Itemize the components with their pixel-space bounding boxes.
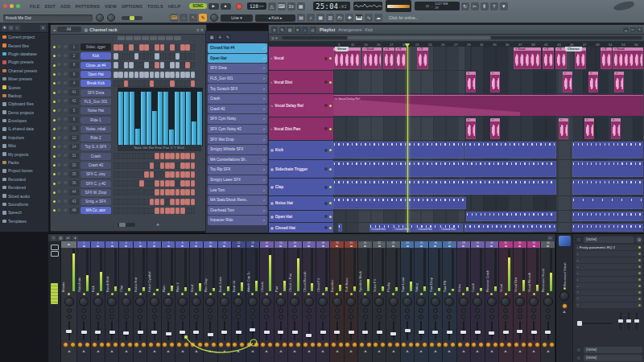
track-label-sidechain-trigger[interactable]: ▦Sidechain Trigger (269, 160, 333, 179)
slot-enable-led[interactable] (638, 298, 641, 300)
track-label-vocal[interactable]: ≈Vocal (269, 47, 333, 71)
mixer-strip-voice[interactable]: 28Voice (457, 241, 471, 362)
step-cell[interactable] (139, 153, 144, 159)
strip-pan-knob[interactable] (332, 297, 342, 306)
audio-clip[interactable]: ≡ V (543, 47, 554, 69)
step-cell[interactable] (191, 44, 196, 51)
step-cell[interactable] (160, 189, 165, 195)
fx-fader-1[interactable] (620, 312, 621, 330)
strip-pan-knob[interactable] (444, 297, 454, 306)
strip-fader[interactable] (457, 320, 470, 341)
step-cell[interactable] (185, 180, 190, 187)
eq-low-knob[interactable] (499, 342, 505, 348)
play-button[interactable]: ▶ (208, 3, 219, 10)
strip-fader[interactable] (330, 320, 343, 341)
step-cell[interactable] (150, 199, 155, 205)
mixer-link-icon[interactable]: ⇄ (65, 236, 71, 241)
step-cell[interactable] (124, 153, 129, 159)
track-pan-knob[interactable] (324, 167, 328, 171)
draw-mode-icon[interactable]: ✎ (199, 14, 207, 22)
mixer-strip-saw-lead[interactable]: 24Saw Lead (401, 241, 415, 362)
step-cell[interactable] (160, 53, 165, 60)
strip-pan-knob[interactable] (431, 297, 440, 306)
strip-route-arrow[interactable] (336, 350, 339, 352)
browser-item-templates[interactable]: Templates (0, 217, 48, 225)
picker-edit-icon[interactable]: ✎ (225, 34, 231, 40)
mixer-icon[interactable]: ▥ (326, 14, 334, 22)
track-pan-knob[interactable] (324, 215, 328, 218)
channel-pan-knob[interactable] (57, 163, 62, 168)
channel-mute-led[interactable] (53, 101, 56, 103)
strip-send-knob[interactable] (152, 315, 157, 319)
fader-handle[interactable] (306, 334, 312, 337)
strip-pan-knob[interactable] (122, 297, 131, 306)
strip-pan-knob[interactable] (79, 297, 89, 306)
online-hint[interactable]: Click for online... (389, 15, 419, 20)
pattern-clip[interactable] (572, 179, 643, 195)
strip-mute-led[interactable] (97, 293, 99, 295)
audio-clip[interactable]: ≡ Vocal (362, 47, 382, 69)
window-minimize-icon[interactable] (10, 4, 14, 8)
audio-clip[interactable]: ≡ V (395, 47, 407, 69)
track-pan-knob[interactable] (324, 149, 328, 152)
track-label-noise-hat[interactable]: ▦Noise Hat (269, 196, 333, 211)
graph-bar[interactable] (130, 92, 134, 146)
fx-slot-7[interactable]: ▸ (576, 283, 642, 289)
picker-item-smigzy-whistle-sfx[interactable]: Smigzy Whistle SFX♪ (208, 145, 267, 154)
step-cell[interactable] (118, 208, 123, 214)
strip-send-knob[interactable] (307, 315, 312, 319)
step-cell[interactable] (180, 199, 185, 205)
step-cell[interactable] (129, 53, 134, 60)
mixer-strip-chord-fx[interactable]: 18Chord FX (316, 241, 330, 362)
strip-route-arrow[interactable] (448, 350, 451, 352)
strip-stereo-knob[interactable] (152, 308, 157, 313)
picker-item-ma-constellations-sh[interactable]: MA Constellations Sh..♪ (208, 155, 267, 165)
step-cell[interactable] (175, 72, 180, 78)
bpm-display[interactable]: 128BPM (247, 2, 266, 10)
eq-low-knob[interactable] (134, 342, 139, 348)
step-cell[interactable] (170, 208, 175, 214)
step-cell[interactable] (165, 44, 170, 51)
step-cell[interactable] (170, 44, 175, 51)
menu-item-patterns[interactable]: PATTERNS (73, 4, 102, 9)
step-cell[interactable] (191, 153, 196, 159)
step-cell[interactable] (129, 171, 134, 178)
eq-high-knob[interactable] (225, 342, 231, 348)
mixer-strip-pad[interactable]: 15Pad (275, 241, 288, 362)
step-cell[interactable] (129, 199, 134, 205)
fader-handle[interactable] (362, 331, 368, 334)
step-cell[interactable] (134, 53, 139, 60)
track-lane-kick[interactable] (333, 141, 643, 160)
eq-low-knob[interactable] (176, 342, 182, 348)
send-target[interactable]: (none) (584, 355, 642, 361)
strip-stereo-knob[interactable] (475, 308, 480, 313)
typing-to-piano-icon[interactable]: ⌨ (170, 14, 178, 22)
channel-volume-knob[interactable] (64, 200, 68, 204)
slot-enable-led[interactable] (638, 259, 641, 261)
eq-high-knob[interactable] (282, 342, 287, 348)
strip-send-knob[interactable] (503, 315, 508, 319)
channel-mute-led[interactable] (53, 119, 56, 121)
fader-handle[interactable] (489, 331, 494, 335)
eq-low-knob[interactable] (204, 342, 209, 348)
strip-fader[interactable] (246, 320, 259, 341)
graph-bar[interactable] (197, 92, 202, 146)
strip-send-knob[interactable] (67, 315, 72, 319)
step-cell[interactable] (139, 199, 144, 205)
eq-low-knob[interactable] (345, 342, 350, 348)
strip-route-arrow[interactable] (265, 350, 268, 352)
eq-low-knob[interactable] (92, 342, 97, 348)
track-lane-vocal-dist[interactable]: ≡≡≡≡≡ (333, 71, 643, 94)
step-cell[interactable] (170, 53, 175, 60)
strip-pan-knob[interactable] (529, 297, 539, 306)
marker-chorus[interactable]: Chorus (565, 47, 582, 51)
browser-icon[interactable]: 🗀 (336, 14, 344, 22)
eq-high-knob[interactable] (478, 342, 484, 348)
fader-handle[interactable] (531, 331, 537, 334)
strip-stereo-knob[interactable] (489, 308, 494, 313)
eq-high-knob[interactable] (184, 342, 189, 348)
step-cell[interactable] (170, 80, 175, 87)
step-cell[interactable] (129, 189, 134, 195)
strip-send-knob[interactable] (546, 315, 551, 319)
strip-route-arrow[interactable] (406, 350, 409, 352)
